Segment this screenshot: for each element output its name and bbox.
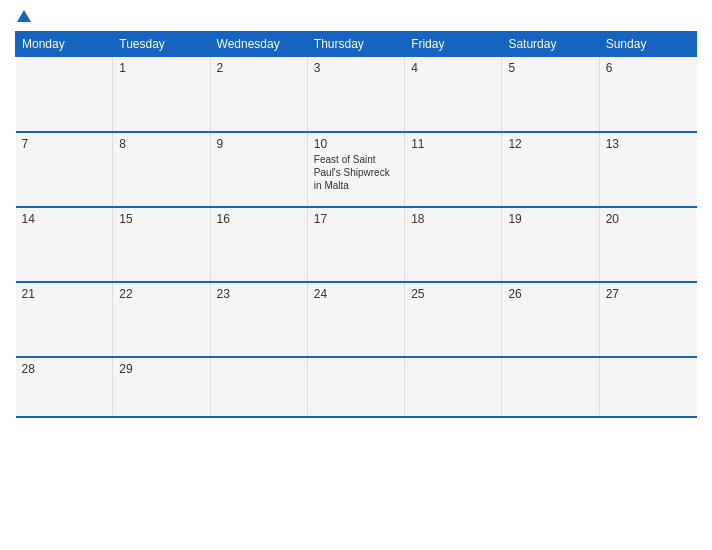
calendar-cell: 22 bbox=[113, 282, 210, 357]
calendar-cell: 10Feast of Saint Paul's Shipwreck in Mal… bbox=[307, 132, 404, 207]
event-label: Feast of Saint Paul's Shipwreck in Malta bbox=[314, 153, 398, 192]
calendar-cell: 23 bbox=[210, 282, 307, 357]
weekday-header: Saturday bbox=[502, 32, 599, 57]
day-number: 1 bbox=[119, 61, 203, 75]
calendar-week-row: 123456 bbox=[16, 57, 697, 132]
day-number: 9 bbox=[217, 137, 301, 151]
day-number: 6 bbox=[606, 61, 691, 75]
calendar-cell: 7 bbox=[16, 132, 113, 207]
day-number: 3 bbox=[314, 61, 398, 75]
weekday-header: Thursday bbox=[307, 32, 404, 57]
calendar-cell: 6 bbox=[599, 57, 696, 132]
weekday-header-row: MondayTuesdayWednesdayThursdayFridaySatu… bbox=[16, 32, 697, 57]
day-number: 13 bbox=[606, 137, 691, 151]
calendar-cell: 8 bbox=[113, 132, 210, 207]
weekday-header: Monday bbox=[16, 32, 113, 57]
calendar-cell bbox=[307, 357, 404, 417]
day-number: 25 bbox=[411, 287, 495, 301]
calendar-cell bbox=[16, 57, 113, 132]
day-number: 21 bbox=[22, 287, 107, 301]
day-number: 17 bbox=[314, 212, 398, 226]
calendar-cell bbox=[599, 357, 696, 417]
day-number: 27 bbox=[606, 287, 691, 301]
day-number: 24 bbox=[314, 287, 398, 301]
calendar-week-row: 14151617181920 bbox=[16, 207, 697, 282]
calendar-cell: 20 bbox=[599, 207, 696, 282]
calendar-cell: 12 bbox=[502, 132, 599, 207]
calendar-cell: 26 bbox=[502, 282, 599, 357]
day-number: 2 bbox=[217, 61, 301, 75]
weekday-header: Friday bbox=[405, 32, 502, 57]
calendar-cell: 19 bbox=[502, 207, 599, 282]
calendar-cell: 2 bbox=[210, 57, 307, 132]
calendar-cell bbox=[502, 357, 599, 417]
day-number: 18 bbox=[411, 212, 495, 226]
calendar-cell: 3 bbox=[307, 57, 404, 132]
logo-triangle-icon bbox=[17, 10, 31, 22]
calendar-week-row: 2829 bbox=[16, 357, 697, 417]
day-number: 26 bbox=[508, 287, 592, 301]
day-number: 15 bbox=[119, 212, 203, 226]
calendar-page: MondayTuesdayWednesdayThursdayFridaySatu… bbox=[0, 0, 712, 550]
calendar-cell: 28 bbox=[16, 357, 113, 417]
calendar-cell: 27 bbox=[599, 282, 696, 357]
calendar-cell: 29 bbox=[113, 357, 210, 417]
weekday-header: Wednesday bbox=[210, 32, 307, 57]
calendar-cell: 4 bbox=[405, 57, 502, 132]
day-number: 10 bbox=[314, 137, 398, 151]
day-number: 19 bbox=[508, 212, 592, 226]
logo bbox=[15, 10, 31, 23]
calendar-cell: 9 bbox=[210, 132, 307, 207]
day-number: 22 bbox=[119, 287, 203, 301]
day-number: 4 bbox=[411, 61, 495, 75]
calendar-week-row: 78910Feast of Saint Paul's Shipwreck in … bbox=[16, 132, 697, 207]
calendar-cell: 11 bbox=[405, 132, 502, 207]
day-number: 12 bbox=[508, 137, 592, 151]
calendar-cell: 17 bbox=[307, 207, 404, 282]
calendar-cell: 18 bbox=[405, 207, 502, 282]
calendar-week-row: 21222324252627 bbox=[16, 282, 697, 357]
calendar-cell: 16 bbox=[210, 207, 307, 282]
calendar-cell: 21 bbox=[16, 282, 113, 357]
logo-blue-container bbox=[15, 10, 31, 23]
calendar-table: MondayTuesdayWednesdayThursdayFridaySatu… bbox=[15, 31, 697, 418]
header bbox=[15, 10, 697, 23]
calendar-cell bbox=[405, 357, 502, 417]
weekday-header: Tuesday bbox=[113, 32, 210, 57]
calendar-cell: 15 bbox=[113, 207, 210, 282]
day-number: 8 bbox=[119, 137, 203, 151]
calendar-cell: 1 bbox=[113, 57, 210, 132]
day-number: 11 bbox=[411, 137, 495, 151]
calendar-cell: 13 bbox=[599, 132, 696, 207]
day-number: 5 bbox=[508, 61, 592, 75]
calendar-cell: 14 bbox=[16, 207, 113, 282]
day-number: 14 bbox=[22, 212, 107, 226]
calendar-cell bbox=[210, 357, 307, 417]
day-number: 7 bbox=[22, 137, 107, 151]
calendar-cell: 25 bbox=[405, 282, 502, 357]
calendar-cell: 5 bbox=[502, 57, 599, 132]
day-number: 29 bbox=[119, 362, 203, 376]
day-number: 16 bbox=[217, 212, 301, 226]
day-number: 23 bbox=[217, 287, 301, 301]
calendar-cell: 24 bbox=[307, 282, 404, 357]
weekday-header: Sunday bbox=[599, 32, 696, 57]
day-number: 28 bbox=[22, 362, 107, 376]
day-number: 20 bbox=[606, 212, 691, 226]
